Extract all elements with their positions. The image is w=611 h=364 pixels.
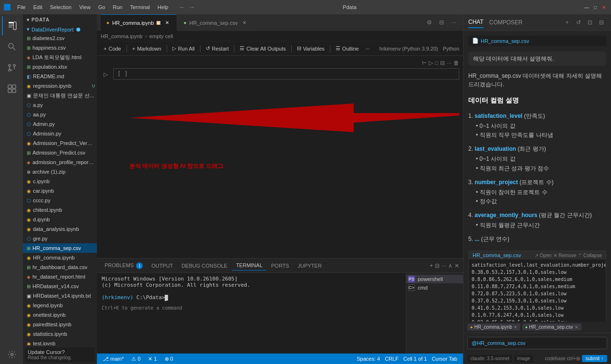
sidebar-file-pairedttest-ipynb[interactable]: ◉pairedttest.ipynb [23,320,97,329]
sidebar-file-d-ipynb[interactable]: ◉d.ipynb [23,215,97,224]
maximize-btn[interactable]: □ [592,4,599,10]
sidebar-file-hrdataset-v14-ipynb-txt[interactable]: ▣HRDataset_v14.ipynb.txt [23,291,97,301]
tab-hr-comma-ipynb[interactable]: ● HR_comma.ipynb ● ✕ [101,14,177,31]
menu-view[interactable]: View [76,3,94,11]
cell-position-status[interactable]: Cell 1 of 1 [401,356,429,362]
section-label[interactable]: ▾ DataDrivenReport [23,25,97,33]
terminal-content[interactable]: Microsoft Windows [Version 10.0.26100.26… [97,273,406,354]
search-activity-btn[interactable] [2,37,21,56]
sidebar-file-admission-profile-report-h---[interactable]: ◈admission_profile_report.h... [23,157,97,167]
close-chat-btn[interactable]: ⊟ [597,18,606,27]
sidebar-file-----------------[interactable]: ▣문재인 대통령 연설문 선... [23,91,97,100]
jupyter-tab[interactable]: JUPYTER [294,261,326,270]
remove-file-tag-1[interactable]: ✕ [575,325,579,330]
sidebar-file-onettest-ipynb[interactable]: ◉onettest.ipynb [23,310,97,320]
menu-help[interactable]: Help [155,3,171,11]
model-selector[interactable]: claude: 3.5-sonnet [467,355,512,362]
sidebar-file-aa-py[interactable]: ⬡aa.py [23,110,97,119]
sidebar-file-car-ipynb[interactable]: ◉car.ipynb [23,186,97,196]
more-nb-btn[interactable]: ··· [363,43,373,54]
cell-tool-split[interactable]: ⊟ [440,60,445,66]
submit-btn[interactable]: submit ↑ [582,355,607,362]
refresh-chat-btn[interactable]: ↺ [574,18,583,27]
breadcrumb-cell[interactable]: empty cell [149,33,173,39]
sidebar-file-admission-predict-csv[interactable]: ⊞Admission_Predict.csv [23,148,97,157]
sidebar-file-test-ipynb[interactable]: ◉test.ipynb [23,339,97,345]
sidebar-file-chitest-ipynb[interactable]: ◉chitest.ipynb [23,205,97,215]
debug-console-tab[interactable]: DEBUG CONSOLE [178,261,231,270]
nav-back-btn[interactable]: ← [179,3,186,11]
sidebar-file-admin-py[interactable]: ⬡Admin.py [23,119,97,129]
tab-close-btn-0[interactable]: ✕ [163,19,171,27]
expand-chat-btn[interactable]: ⊡ [585,18,595,27]
sidebar-file-admissin-py[interactable]: ⬡Admissin.py [23,129,97,138]
warning-status[interactable]: ⚠ 0 [129,356,142,362]
tab-close-btn-1[interactable]: ✕ [241,19,248,27]
sidebar-file-a-py[interactable]: ⬡a.py [23,100,97,110]
nav-fwd-btn[interactable]: → [189,3,195,11]
crlf-status[interactable]: CRLF [383,356,400,362]
output-tab[interactable]: OUTPUT [147,261,177,270]
image-btn[interactable]: image [514,355,533,362]
sidebar-file-cccc-py[interactable]: ⬡cccc.py [23,196,97,205]
sidebar-header[interactable]: ▾ PDATA [23,14,97,25]
powershell-item[interactable]: PS powershell [406,275,463,283]
cell-input[interactable]: [ ] [113,68,459,80]
chat-input[interactable] [472,340,603,346]
terminal-tab[interactable]: TERMINAL [232,260,266,270]
new-chat-btn[interactable]: + [562,18,572,27]
search-bar[interactable]: Pdata [278,3,421,11]
source-control-activity-btn[interactable] [2,58,21,77]
sidebar-file-archive--1--zip[interactable]: ⊛archive (1).zip [23,167,97,177]
sidebar-file-diabetes2-csv[interactable]: ⊞diabetes2.csv [23,33,97,43]
split-tab-btn[interactable]: ⊟ [436,17,447,28]
sidebar-file-gre-py[interactable]: ⬡gre.py [23,234,97,243]
sidebar-file-hr-comma-sep-csv[interactable]: ⊞HR_comma_sep.csv [23,243,97,253]
settings-activity-btn[interactable] [2,345,21,364]
kernel-info[interactable]: hrkimenv (Python 3.9.20) [379,46,438,52]
sidebar-file-hrdataset-v14-csv[interactable]: ⊞HRDataset_v14.csv [23,281,97,291]
run-all-btn[interactable]: ▷ Run All [169,43,198,54]
update-cursor-item[interactable]: Update Cursor? Read the changelog. [25,347,95,362]
codebase-btn[interactable]: codebase ctrl+⊞ [545,356,579,361]
menu-terminal[interactable]: Terminal [127,3,153,11]
clear-all-outputs-btn[interactable]: ☰ Clear All Outputs [237,43,289,54]
close-btn[interactable]: ✕ [600,4,607,10]
ports-tab[interactable]: PORTS [267,261,293,270]
cell-tool-run[interactable]: ▷ [429,60,433,66]
collapse-preview-btn[interactable]: ⌃ Collapse [578,253,602,258]
error-status[interactable]: ✕ 1 [146,356,158,362]
cell-tool-prev[interactable]: ⊢ [422,60,427,66]
sidebar-file-happiness-csv[interactable]: ⊞happiness.csv [23,43,97,52]
sidebar-file-hr-dataset-report-html[interactable]: ◈hr_dataset_report.html [23,272,97,281]
tab-hr-comma-sep-csv[interactable]: ● HR_comma_sep.csv ✕ [178,14,254,31]
cell-run-btn[interactable]: ▷ [101,68,110,78]
composer-tab[interactable]: COMPOSER [489,17,523,28]
info-status[interactable]: ⊕ 0 [163,356,175,362]
menu-selection[interactable]: Selection [47,3,74,11]
menu-go[interactable]: Go [95,3,108,11]
more-tab-btn[interactable]: ··· [449,17,459,28]
split-terminal-btn[interactable]: ⊟ [435,262,440,269]
sidebar-file-c-ipynb[interactable]: ◉c.ipynb [23,177,97,186]
sidebar-file-hr-dashboard-data-csv[interactable]: ⊞hr_dashboard_data.csv [23,262,97,272]
more-terminal-btn[interactable]: ··· [442,262,446,269]
spaces-status[interactable]: Spaces: 4 [355,356,382,362]
chat-tab[interactable]: CHAT [468,17,484,28]
sidebar-file-statistics-ipynb[interactable]: ◉statistics.ipynb [23,329,97,339]
restart-btn[interactable]: ↺ Restart [203,43,232,54]
breadcrumb-file[interactable]: HR_comma.ipynb [101,33,142,39]
sidebar-file-readme-md[interactable]: ◧README.md [23,72,97,81]
add-markdown-btn[interactable]: + Markdown [129,43,164,54]
sidebar-file-admission-predict-ver1-1---[interactable]: ◉Admission_Predict_Ver1.1... [23,138,97,148]
menu-edit[interactable]: Edit [31,3,45,11]
remove-file-tag-0[interactable]: ✕ [514,325,517,330]
sidebar-file-lda-------html[interactable]: ◈LDA 토픽모델링.html [23,52,97,62]
cmd-item[interactable]: C> cmd [406,283,463,292]
cell-tool-stop[interactable]: □ [435,60,438,66]
minimize-terminal-btn[interactable]: ∧ [448,262,453,269]
sidebar-file-regression-ipynb[interactable]: ◉regression.ipynbU [23,81,97,91]
menu-run[interactable]: Run [110,3,125,11]
explorer-activity-btn[interactable] [2,16,21,35]
add-code-btn[interactable]: + Code [101,43,124,54]
